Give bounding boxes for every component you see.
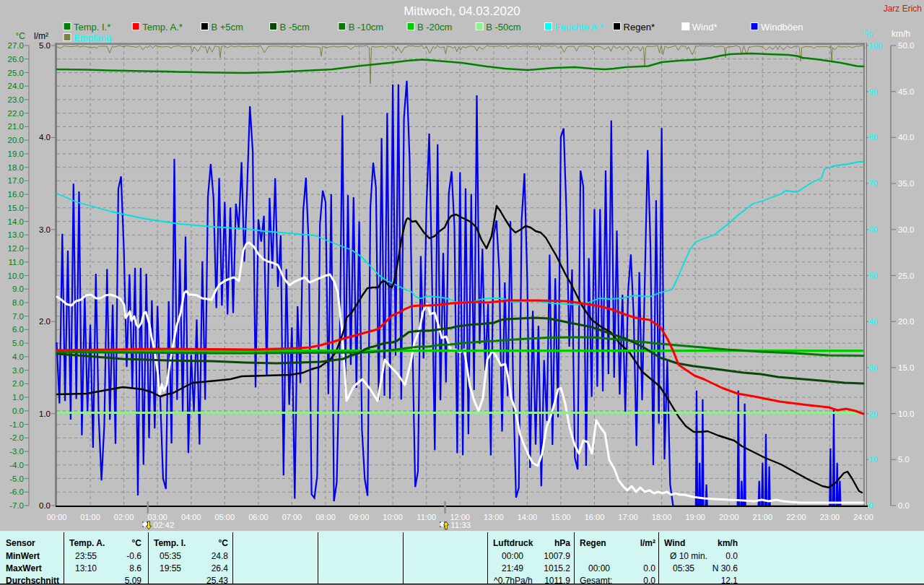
svg-text:12:00: 12:00 <box>450 513 470 521</box>
svg-text:06:00: 06:00 <box>248 513 269 521</box>
svg-text:2.0: 2.0 <box>12 379 24 388</box>
svg-text:10.0: 10.0 <box>898 410 914 418</box>
svg-text:Ø 10 min.: Ø 10 min. <box>670 551 707 561</box>
svg-text:21:49: 21:49 <box>502 563 523 573</box>
svg-text:3.0: 3.0 <box>12 366 24 375</box>
svg-text:3.0: 3.0 <box>39 225 51 234</box>
svg-text:26.0: 26.0 <box>8 55 24 64</box>
svg-text:00:00: 00:00 <box>47 513 67 521</box>
svg-text:13:00: 13:00 <box>484 513 504 521</box>
svg-text:Wind*: Wind* <box>692 22 718 32</box>
svg-text:km/h: km/h <box>892 29 910 39</box>
svg-text:100: 100 <box>868 41 882 50</box>
svg-text:60: 60 <box>868 225 878 234</box>
svg-text:6.0: 6.0 <box>12 325 24 334</box>
svg-text:23:00: 23:00 <box>820 513 840 521</box>
svg-text:24:00: 24:00 <box>853 513 873 521</box>
svg-text:Windböen: Windböen <box>761 22 803 32</box>
svg-text:45.0: 45.0 <box>898 87 914 96</box>
svg-text:25.0: 25.0 <box>898 272 914 280</box>
svg-text:1015.2: 1015.2 <box>544 563 570 573</box>
svg-text:Empfang: Empfang <box>74 32 111 43</box>
svg-text:Gesamt:: Gesamt: <box>580 576 612 585</box>
svg-text:hPa: hPa <box>554 538 570 548</box>
svg-text:50.0: 50.0 <box>898 41 914 50</box>
svg-text:09:00: 09:00 <box>349 513 370 521</box>
svg-text:05:00: 05:00 <box>215 513 235 521</box>
svg-text:B -50cm: B -50cm <box>486 22 520 32</box>
svg-text:15:00: 15:00 <box>551 513 571 521</box>
svg-text:23:55: 23:55 <box>75 551 97 561</box>
svg-text:13:10: 13:10 <box>75 563 97 573</box>
svg-text:18.0: 18.0 <box>8 163 24 172</box>
svg-text:MaxWert: MaxWert <box>6 563 42 573</box>
svg-text:22:00: 22:00 <box>786 513 806 521</box>
svg-text:Sensor: Sensor <box>6 538 35 548</box>
svg-text:-4.0: -4.0 <box>9 461 24 469</box>
svg-text:8.6: 8.6 <box>129 563 141 573</box>
svg-text:21:00: 21:00 <box>753 513 773 521</box>
svg-text:26.4: 26.4 <box>212 563 229 573</box>
svg-text:B -10cm: B -10cm <box>349 22 383 32</box>
svg-text:20.0: 20.0 <box>8 136 24 144</box>
svg-text:0.0: 0.0 <box>898 501 910 510</box>
svg-text:10.0: 10.0 <box>8 272 24 280</box>
svg-text:00:00: 00:00 <box>588 563 610 573</box>
svg-text:Regen*: Regen* <box>624 22 655 32</box>
svg-text:02:42: 02:42 <box>154 521 175 529</box>
svg-text:Temp. A.*: Temp. A.* <box>142 22 183 32</box>
svg-text:Temp. I.: Temp. I. <box>154 538 186 548</box>
svg-text:20.0: 20.0 <box>898 317 914 326</box>
svg-text:12.1: 12.1 <box>721 576 738 585</box>
svg-text:B -20cm: B -20cm <box>417 22 452 32</box>
svg-text:18:00: 18:00 <box>652 513 672 521</box>
svg-text:%: % <box>865 29 873 39</box>
svg-text:14:00: 14:00 <box>518 513 538 521</box>
svg-text:02:00: 02:00 <box>114 513 134 521</box>
svg-text:1.0: 1.0 <box>39 410 51 418</box>
svg-text:27.0: 27.0 <box>8 41 24 50</box>
svg-text:05:35: 05:35 <box>673 563 694 573</box>
svg-text:1007.9: 1007.9 <box>544 551 570 561</box>
svg-text:-3.0: -3.0 <box>9 447 24 456</box>
svg-text:-2.0: -2.0 <box>9 433 24 442</box>
svg-text:B -5cm: B -5cm <box>280 22 310 32</box>
svg-text:04:00: 04:00 <box>181 513 201 521</box>
svg-text:-1.0: -1.0 <box>9 420 24 429</box>
svg-text:1011.9: 1011.9 <box>544 576 570 585</box>
svg-text:12.0: 12.0 <box>8 244 24 253</box>
svg-text:l/m²: l/m² <box>34 31 48 41</box>
svg-text:Durchschnitt: Durchschnitt <box>6 576 59 585</box>
svg-text:22.0: 22.0 <box>8 109 24 118</box>
svg-text:Temp. I.*: Temp. I.* <box>74 22 110 32</box>
svg-text:0.0: 0.0 <box>643 563 655 573</box>
svg-text:15.0: 15.0 <box>8 204 24 212</box>
svg-text:2.0: 2.0 <box>39 317 51 326</box>
svg-text:24.0: 24.0 <box>8 82 24 90</box>
svg-text:03:00: 03:00 <box>147 513 167 521</box>
svg-text:8.0: 8.0 <box>12 298 24 307</box>
svg-text:0.0: 0.0 <box>725 551 738 561</box>
svg-text:4.0: 4.0 <box>12 352 24 361</box>
svg-text:13.0: 13.0 <box>8 230 24 239</box>
svg-text:Mittwoch, 04.03.2020: Mittwoch, 04.03.2020 <box>404 4 520 18</box>
svg-text:4.0: 4.0 <box>39 133 51 142</box>
svg-text:Luftdruck: Luftdruck <box>493 538 533 548</box>
svg-text:30.0: 30.0 <box>898 225 914 234</box>
svg-text:10: 10 <box>868 455 878 464</box>
svg-text:30: 30 <box>868 363 878 372</box>
svg-text:10:00: 10:00 <box>383 513 403 521</box>
svg-text:14.0: 14.0 <box>8 217 24 226</box>
svg-text:0.0: 0.0 <box>643 576 655 585</box>
svg-text:17.0: 17.0 <box>8 176 24 185</box>
svg-text:08:00: 08:00 <box>315 513 336 521</box>
svg-text:25.43: 25.43 <box>206 576 228 585</box>
svg-text:40.0: 40.0 <box>898 133 914 142</box>
svg-text:50: 50 <box>868 272 878 280</box>
svg-text:B +5cm: B +5cm <box>211 22 243 32</box>
svg-text:16.0: 16.0 <box>8 190 24 199</box>
svg-text:-6.0: -6.0 <box>9 488 24 496</box>
svg-text:20:00: 20:00 <box>719 513 739 521</box>
svg-text:25.0: 25.0 <box>8 69 24 77</box>
svg-text:19:55: 19:55 <box>160 563 181 573</box>
